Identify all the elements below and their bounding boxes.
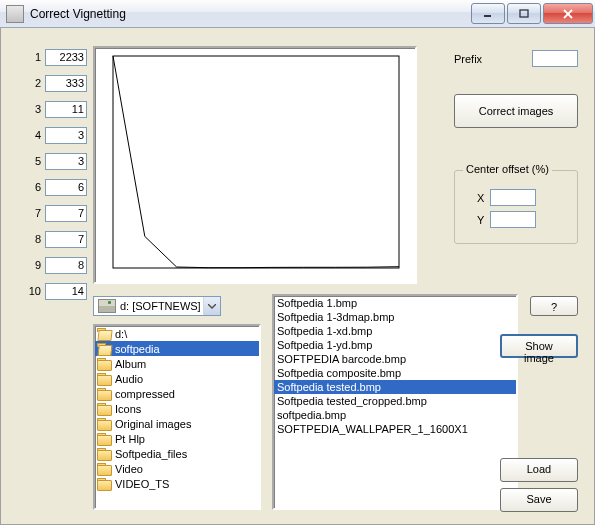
folder-icon (97, 433, 112, 445)
help-button[interactable]: ? (530, 296, 578, 316)
tree-item-label: Audio (115, 373, 143, 385)
svg-rect-4 (113, 56, 399, 268)
folder-icon (97, 358, 112, 370)
value-input[interactable] (45, 153, 87, 170)
save-label: Save (526, 493, 551, 505)
correct-images-button[interactable]: Correct images (454, 94, 578, 128)
value-index: 8 (21, 233, 45, 245)
value-input[interactable] (45, 179, 87, 196)
value-row: 10 (9, 280, 87, 302)
file-item[interactable]: Softpedia 1-3dmap.bmp (274, 310, 516, 324)
prefix-input[interactable] (532, 50, 578, 67)
close-button[interactable] (543, 3, 593, 24)
tree-item[interactable]: Pt Hlp (95, 431, 259, 446)
minimize-button[interactable] (471, 3, 505, 24)
tree-item[interactable]: Video (95, 461, 259, 476)
folder-tree[interactable]: d:\softpediaAlbumAudiocompressedIconsOri… (93, 324, 261, 510)
value-row: 6 (9, 176, 87, 198)
offset-x-input[interactable] (490, 189, 536, 206)
folder-icon (97, 478, 112, 490)
tree-item-label: Album (115, 358, 146, 370)
tree-item-label: d:\ (115, 328, 127, 340)
prefix-row: Prefix (454, 50, 578, 67)
value-row: 8 (9, 228, 87, 250)
drive-combo[interactable]: d: [SOFTNEWS] (93, 296, 221, 316)
folder-icon (97, 373, 112, 385)
value-input[interactable] (45, 49, 87, 66)
value-column: 12345678910 (9, 46, 87, 306)
client-area: 12345678910 Prefix Correct images Center… (0, 28, 595, 525)
value-index: 1 (21, 51, 45, 63)
chevron-down-icon (203, 297, 220, 315)
value-index: 9 (21, 259, 45, 271)
value-input[interactable] (45, 283, 87, 300)
value-index: 6 (21, 181, 45, 193)
file-item[interactable]: Softpedia 1-yd.bmp (274, 338, 516, 352)
help-label: ? (551, 301, 557, 313)
value-index: 10 (21, 285, 45, 297)
file-item[interactable]: Softpedia tested.bmp (274, 380, 516, 394)
tree-item[interactable]: compressed (95, 386, 259, 401)
tree-item[interactable]: Album (95, 356, 259, 371)
value-input[interactable] (45, 75, 87, 92)
graph-plot (97, 50, 413, 280)
tree-item[interactable]: softpedia (95, 341, 259, 356)
value-row: 2 (9, 72, 87, 94)
value-row: 1 (9, 46, 87, 68)
window-title: Correct Vignetting (30, 7, 469, 21)
file-item[interactable]: SOFTPEDIA_WALLPAPER_1_1600X1 (274, 422, 516, 436)
tree-item-label: VIDEO_TS (115, 478, 169, 490)
value-index: 5 (21, 155, 45, 167)
tree-item-label: Original images (115, 418, 191, 430)
value-row: 3 (9, 98, 87, 120)
file-item[interactable]: Softpedia tested_cropped.bmp (274, 394, 516, 408)
value-index: 7 (21, 207, 45, 219)
file-item[interactable]: Softpedia composite.bmp (274, 366, 516, 380)
app-icon (6, 5, 24, 23)
show-image-button[interactable]: Show image (500, 334, 578, 358)
drive-icon (98, 299, 116, 313)
file-item[interactable]: softpedia.bmp (274, 408, 516, 422)
value-row: 7 (9, 202, 87, 224)
center-offset-group: Center offset (%) X Y (454, 170, 578, 244)
value-index: 4 (21, 129, 45, 141)
minimize-icon (483, 9, 493, 19)
window-controls (469, 3, 593, 24)
offset-y-input[interactable] (490, 211, 536, 228)
offset-y-label: Y (477, 214, 484, 226)
prefix-label: Prefix (454, 53, 482, 65)
folder-open-icon (97, 328, 112, 340)
tree-item[interactable]: d:\ (95, 326, 259, 341)
value-input[interactable] (45, 205, 87, 222)
load-label: Load (527, 463, 551, 475)
file-item[interactable]: Softpedia 1-xd.bmp (274, 324, 516, 338)
svg-rect-1 (520, 10, 528, 17)
tree-item[interactable]: Icons (95, 401, 259, 416)
maximize-icon (519, 9, 529, 19)
value-input[interactable] (45, 257, 87, 274)
correct-images-label: Correct images (479, 105, 554, 117)
tree-item-label: Icons (115, 403, 141, 415)
center-offset-legend: Center offset (%) (463, 163, 552, 175)
file-item[interactable]: Softpedia 1.bmp (274, 296, 516, 310)
value-row: 5 (9, 150, 87, 172)
maximize-button[interactable] (507, 3, 541, 24)
file-item[interactable]: SOFTPEDIA barcode.bmp (274, 352, 516, 366)
file-list[interactable]: Softpedia 1.bmpSoftpedia 1-3dmap.bmpSoft… (272, 294, 518, 510)
tree-item[interactable]: Softpedia_files (95, 446, 259, 461)
folder-icon (97, 388, 112, 400)
titlebar[interactable]: Correct Vignetting (0, 0, 595, 28)
value-input[interactable] (45, 101, 87, 118)
offset-x-row: X (477, 189, 536, 206)
save-button[interactable]: Save (500, 488, 578, 512)
tree-item[interactable]: Original images (95, 416, 259, 431)
tree-item[interactable]: Audio (95, 371, 259, 386)
value-input[interactable] (45, 231, 87, 248)
show-image-label: Show image (524, 340, 554, 364)
tree-item[interactable]: VIDEO_TS (95, 476, 259, 491)
value-input[interactable] (45, 127, 87, 144)
tree-item-label: Pt Hlp (115, 433, 145, 445)
load-button[interactable]: Load (500, 458, 578, 482)
folder-icon (97, 463, 112, 475)
offset-x-label: X (477, 192, 484, 204)
